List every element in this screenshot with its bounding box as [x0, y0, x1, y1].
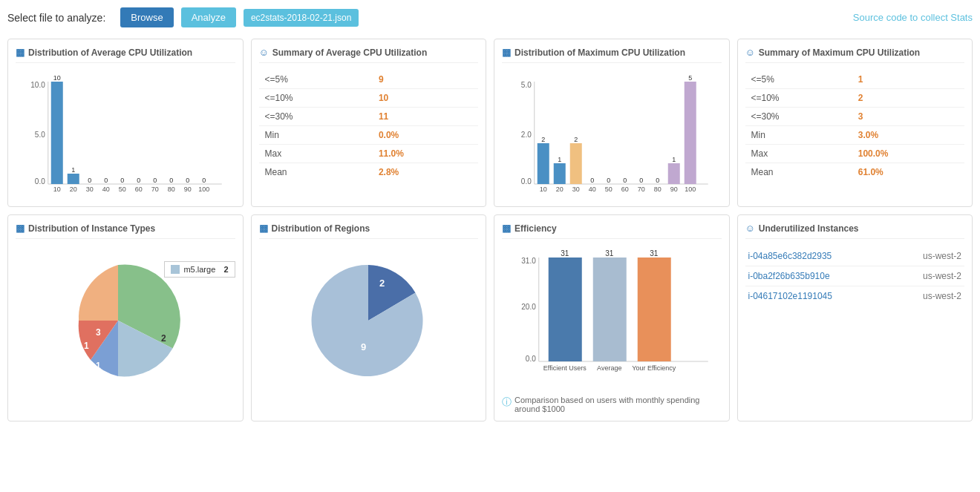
underutilized-title: ☺ Underutilized Instances	[745, 223, 965, 239]
table-row: <=10%10	[259, 89, 479, 108]
svg-text:1: 1	[71, 166, 75, 174]
table-row: <=5%1	[745, 70, 965, 89]
row-label: Min	[259, 126, 373, 145]
efficiency-note: ⓘ Comparison based on users with monthly…	[502, 396, 722, 413]
avg-cpu-summary-title: ☺ Summary of Average CPU Utilization	[259, 47, 479, 63]
underutilized-panel: ☺ Underutilized Instances i-04a85e6c382d…	[737, 214, 973, 422]
svg-text:10: 10	[53, 186, 61, 193]
underutilized-table: i-04a85e6c382d2935us-west-2i-0ba2f26b635…	[745, 246, 965, 306]
bottom-row-grid: ▩ Distribution of Instance Types 3 2 1 1	[7, 214, 973, 422]
svg-text:0: 0	[104, 177, 108, 184]
legend-label: m5.large	[183, 265, 220, 274]
svg-text:40: 40	[102, 186, 110, 193]
svg-text:0: 0	[639, 177, 643, 184]
bar-chart-icon5: ▩	[502, 223, 511, 234]
analyze-button[interactable]: Analyze	[181, 7, 236, 27]
svg-text:Efficient Users: Efficient Users	[543, 364, 587, 372]
instance-region: us-west-2	[892, 286, 964, 306]
svg-text:Average: Average	[597, 364, 621, 372]
row-value: 0.0%	[373, 126, 478, 145]
user-icon2: ☺	[745, 47, 755, 58]
user-icon: ☺	[259, 47, 269, 58]
instance-types-title: ▩ Distribution of Instance Types	[16, 223, 235, 239]
svg-text:20.0: 20.0	[521, 303, 536, 311]
avg-cpu-dist-panel: ▩ Distribution of Average CPU Utilizatio…	[7, 39, 244, 207]
row-value: 11.0%	[373, 145, 478, 163]
svg-text:31: 31	[605, 250, 614, 258]
svg-text:2: 2	[379, 278, 385, 289]
efficiency-chart: 31.0 20.0 0.0 31 31 31 Efficient Users A…	[502, 246, 722, 390]
table-row: Mean61.0%	[745, 163, 965, 182]
svg-text:10: 10	[540, 186, 547, 193]
avg-cpu-dist-title: ▩ Distribution of Average CPU Utilizatio…	[16, 47, 235, 63]
regions-title: ▩ Distribution of Regions	[259, 223, 479, 239]
row-value: 11	[373, 108, 478, 126]
svg-text:0: 0	[153, 177, 157, 184]
svg-rect-5	[51, 82, 63, 184]
instance-id: i-04a85e6c382d2935	[745, 246, 892, 266]
row-label: Mean	[745, 163, 852, 182]
top-bar: Select file to analyze: Browse Analyze e…	[7, 7, 973, 27]
table-row: Min0.0%	[259, 126, 479, 145]
svg-rect-88	[638, 258, 671, 361]
svg-text:0: 0	[88, 177, 91, 184]
svg-text:31.0: 31.0	[521, 257, 536, 265]
svg-text:5.0: 5.0	[521, 81, 532, 89]
row-value: 61.0%	[852, 163, 964, 182]
svg-text:0: 0	[186, 177, 189, 184]
svg-text:Your Efficiency: Your Efficiency	[632, 364, 676, 372]
max-cpu-dist-panel: ▩ Distribution of Maximum CPU Utilizatio…	[494, 39, 730, 207]
table-row: <=10%2	[745, 89, 965, 108]
browse-button[interactable]: Browse	[120, 7, 173, 27]
info-icon: ⓘ	[502, 396, 512, 409]
table-row: Min3.0%	[745, 126, 965, 145]
instance-pie-container: 3 2 1 1 3 m5.large 2	[16, 246, 235, 395]
row-value: 10	[373, 89, 478, 108]
svg-rect-41	[538, 143, 549, 184]
max-cpu-dist-chart: 5.0 2.0 0.0 2 1 2 0 0	[502, 70, 722, 199]
svg-text:80: 80	[168, 186, 175, 193]
svg-text:0: 0	[623, 177, 627, 184]
efficiency-title: ▩ Efficiency	[502, 223, 722, 239]
row-label: Max	[259, 145, 373, 163]
svg-text:0.0: 0.0	[521, 177, 532, 186]
svg-text:0: 0	[137, 177, 140, 184]
instance-region: us-west-2	[892, 266, 964, 286]
svg-text:20: 20	[70, 186, 77, 193]
svg-text:0.0: 0.0	[526, 355, 536, 363]
regions-panel: ▩ Distribution of Regions 2 9	[251, 214, 487, 422]
svg-text:2.0: 2.0	[521, 131, 532, 139]
svg-text:60: 60	[135, 186, 143, 193]
legend-color	[171, 265, 180, 274]
svg-rect-43	[554, 163, 566, 184]
max-cpu-summary-panel: ☺ Summary of Maximum CPU Utilization <=5…	[737, 39, 973, 207]
svg-rect-86	[593, 258, 627, 361]
list-item: i-04617102e1191045us-west-2	[745, 286, 965, 306]
svg-text:30: 30	[86, 186, 94, 193]
svg-text:0: 0	[590, 177, 594, 184]
svg-text:90: 90	[184, 186, 192, 193]
table-row: <=5%9	[259, 70, 479, 89]
source-link[interactable]: Source code to collect Stats	[853, 12, 973, 23]
instance-types-panel: ▩ Distribution of Instance Types 3 2 1 1	[7, 214, 244, 422]
svg-text:2: 2	[541, 136, 545, 143]
svg-text:31: 31	[650, 250, 659, 258]
svg-text:0: 0	[169, 177, 173, 184]
row-value: 3	[852, 108, 964, 126]
svg-text:0: 0	[607, 177, 610, 184]
svg-text:5: 5	[688, 74, 692, 82]
svg-text:60: 60	[621, 186, 629, 193]
row-label: <=30%	[745, 108, 852, 126]
table-row: <=30%11	[259, 108, 479, 126]
instance-region: us-west-2	[892, 246, 964, 266]
efficiency-panel: ▩ Efficiency 31.0 20.0 0.0 31 31 31	[494, 214, 730, 422]
row-value: 3.0%	[852, 126, 964, 145]
row-value: 2	[852, 89, 964, 108]
svg-rect-57	[668, 163, 680, 184]
top-row-grid: ▩ Distribution of Average CPU Utilizatio…	[7, 39, 973, 207]
svg-text:80: 80	[654, 186, 662, 193]
pie-legend: m5.large 2	[164, 261, 235, 278]
svg-rect-84	[549, 258, 582, 361]
list-item: i-04a85e6c382d2935us-west-2	[745, 246, 965, 266]
svg-text:0: 0	[202, 177, 206, 184]
